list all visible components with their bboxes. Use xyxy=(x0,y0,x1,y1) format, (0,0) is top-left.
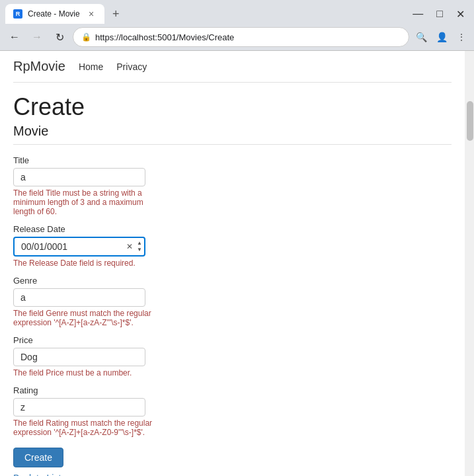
close-window-button[interactable]: ✕ xyxy=(452,7,469,22)
back-to-list-link[interactable]: Back to List xyxy=(13,473,452,476)
window-controls: — □ ✕ xyxy=(409,7,469,22)
tab-bar: R Create - Movie × + xyxy=(5,4,125,24)
maximize-button[interactable]: □ xyxy=(432,7,447,21)
page-heading: Create xyxy=(13,93,452,121)
page-wrapper: RpMovie Home Privacy Create Movie Title … xyxy=(0,51,465,476)
date-spin-button[interactable]: ▲ ▼ xyxy=(135,240,144,253)
price-field-group: Price The field Price must be a number. xyxy=(13,335,452,377)
date-clear-button[interactable]: ✕ xyxy=(124,240,135,253)
reload-button[interactable]: ↻ xyxy=(50,28,69,46)
title-bar: R Create - Movie × + — □ ✕ xyxy=(0,0,474,24)
genre-input[interactable] xyxy=(13,288,145,307)
scrollbar-track[interactable] xyxy=(465,101,474,476)
title-field-group: Title The field Title must be a string w… xyxy=(13,155,452,216)
active-tab[interactable]: R Create - Movie × xyxy=(5,4,104,24)
browser-chrome: R Create - Movie × + — □ ✕ ← → ↻ 🔒 https… xyxy=(0,0,474,51)
navbar-link-privacy[interactable]: Privacy xyxy=(116,61,147,72)
tab-title: Create - Movie xyxy=(28,9,81,19)
release-date-validation-error: The Release Date field is required. xyxy=(13,258,159,268)
address-bar: ← → ↻ 🔒 https://localhost:5001/Movies/Cr… xyxy=(0,24,474,50)
rating-input[interactable] xyxy=(13,398,145,416)
genre-label: Genre xyxy=(13,276,452,286)
page-subheading: Movie xyxy=(13,124,452,145)
forward-nav-button[interactable]: → xyxy=(28,28,46,46)
page-area: RpMovie Home Privacy Create Movie Title … xyxy=(0,51,474,476)
profile-button[interactable]: 👤 xyxy=(434,30,450,44)
tab-close-button[interactable]: × xyxy=(86,9,97,19)
title-input[interactable] xyxy=(13,168,145,186)
navbar: RpMovie Home Privacy xyxy=(13,51,452,83)
navbar-link-home[interactable]: Home xyxy=(79,61,103,72)
back-nav-button[interactable]: ← xyxy=(5,28,24,46)
lock-icon: 🔒 xyxy=(81,32,91,42)
search-sidebar-button[interactable]: 🔍 xyxy=(413,30,430,44)
rating-validation-error: The field Rating must match the regular … xyxy=(13,418,159,437)
date-input-wrapper: ✕ ▲ ▼ xyxy=(13,237,145,257)
tab-favicon: R xyxy=(13,9,22,19)
release-date-label: Release Date xyxy=(13,224,452,234)
price-input[interactable] xyxy=(13,348,145,366)
create-form: Title The field Title must be a string w… xyxy=(13,155,452,473)
date-controls: ✕ ▲ ▼ xyxy=(124,240,144,253)
url-box[interactable]: 🔒 https://localhost:5001/Movies/Create xyxy=(73,27,409,47)
price-validation-error: The field Price must be a number. xyxy=(13,368,159,377)
create-button[interactable]: Create xyxy=(13,448,63,467)
genre-validation-error: The field Genre must match the regular e… xyxy=(13,309,159,327)
new-tab-button[interactable]: + xyxy=(107,5,125,24)
url-text: https://localhost:5001/Movies/Create xyxy=(95,32,401,42)
navbar-brand[interactable]: RpMovie xyxy=(13,59,65,74)
menu-button[interactable]: ⋮ xyxy=(454,30,469,44)
rating-field-group: Rating The field Rating must match the r… xyxy=(13,385,452,437)
release-date-field-group: Release Date ✕ ▲ ▼ The Release Date fiel… xyxy=(13,224,452,268)
price-label: Price xyxy=(13,335,452,345)
rating-label: Rating xyxy=(13,385,452,395)
title-validation-error: The field Title must be a string with a … xyxy=(13,188,159,216)
title-label: Title xyxy=(13,155,452,165)
page-content: RpMovie Home Privacy Create Movie Title … xyxy=(0,51,465,476)
genre-field-group: Genre The field Genre must match the reg… xyxy=(13,276,452,327)
scrollbar-thumb[interactable] xyxy=(467,101,473,141)
minimize-button[interactable]: — xyxy=(409,7,427,21)
